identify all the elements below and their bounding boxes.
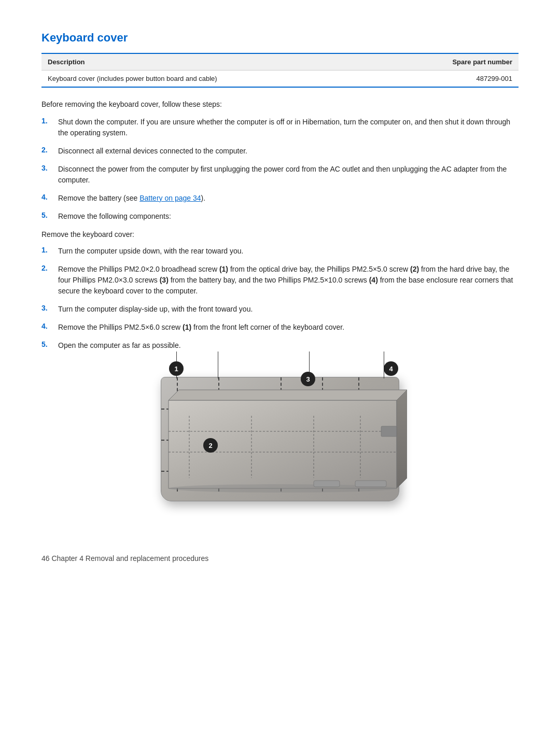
prereq-step-3: 3.Disconnect the power from the computer…	[41, 164, 519, 186]
table-cell-part-number: 487299-001	[383, 71, 519, 87]
svg-marker-2	[169, 390, 407, 400]
diagram-container: 1 2 3 4	[41, 361, 519, 527]
screw-label-2: 2	[208, 442, 212, 449]
step-number: 4.	[41, 322, 58, 330]
page-title: Keyboard cover	[41, 31, 519, 45]
table-cell-description: Keyboard cover (includes power button bo…	[41, 71, 383, 87]
step-content: Remove the battery (see Battery on page …	[58, 193, 519, 204]
step-content: Remove the following components:	[58, 211, 519, 222]
remove-steps-list: 1.Turn the computer upside down, with th…	[41, 246, 519, 351]
prereq-step-5: 5.Remove the following components:	[41, 211, 519, 222]
remove-step-3: 3.Turn the computer display-side up, wit…	[41, 304, 519, 315]
step-content: Turn the computer display-side up, with …	[58, 304, 519, 315]
col-part-number-header: Spare part number	[383, 54, 519, 71]
screw-badge-4: 4	[384, 361, 398, 376]
prereq-steps-list: 1.Shut down the computer. If you are uns…	[41, 117, 519, 222]
step-number: 4.	[41, 193, 58, 201]
svg-rect-12	[381, 426, 397, 437]
remove-step-1: 1.Turn the computer upside down, with th…	[41, 246, 519, 257]
prereq-step-2: 2.Disconnect all external devices connec…	[41, 146, 519, 157]
footer-text: 46 Chapter 4 Removal and replacement pro…	[41, 554, 208, 563]
bold-text: (1)	[183, 323, 191, 331]
bold-text: (3)	[160, 276, 169, 284]
svg-rect-10	[355, 481, 386, 487]
parts-table-container: Description Spare part number Keyboard c…	[41, 53, 519, 88]
svg-marker-1	[397, 390, 407, 488]
step-number: 2.	[41, 264, 58, 272]
screw-label-1: 1	[174, 365, 178, 373]
step-number: 5.	[41, 340, 58, 348]
screw-badge-2: 2	[203, 438, 218, 453]
svg-rect-11	[314, 481, 340, 487]
step-content: Disconnect the power from the computer b…	[58, 164, 519, 186]
step-number: 3.	[41, 304, 58, 312]
laptop-diagram: 1 2 3 4	[130, 361, 430, 527]
screw-badge-3: 3	[301, 372, 315, 386]
intro-text: Before removing the keyboard cover, foll…	[41, 100, 519, 108]
step-number: 1.	[41, 246, 58, 254]
bold-text: (2)	[410, 265, 419, 273]
link-battery-on-page-34[interactable]: Battery on page 34	[139, 194, 201, 202]
page-footer: 46 Chapter 4 Removal and replacement pro…	[41, 548, 519, 563]
remove-step-4: 4.Remove the Phillips PM2.5×6.0 screw (1…	[41, 322, 519, 333]
step-number: 5.	[41, 211, 58, 219]
parts-table: Description Spare part number Keyboard c…	[41, 54, 519, 87]
screw-label-3: 3	[306, 375, 310, 383]
prereq-step-4: 4.Remove the battery (see Battery on pag…	[41, 193, 519, 204]
table-row: Keyboard cover (includes power button bo…	[41, 71, 519, 87]
step-content: Disconnect all external devices connecte…	[58, 146, 519, 157]
step-content: Open the computer as far as possible.	[58, 340, 519, 351]
screw-label-4: 4	[389, 365, 393, 373]
page-container: Keyboard cover Description Spare part nu…	[0, 0, 560, 594]
step-content: Remove the Phillips PM2.5×6.0 screw (1) …	[58, 322, 519, 333]
screw-badge-1: 1	[169, 361, 184, 376]
step-content: Shut down the computer. If you are unsur…	[58, 117, 519, 138]
prereq-step-1: 1.Shut down the computer. If you are uns…	[41, 117, 519, 138]
step-content: Remove the Phillips PM2.0×2.0 broadhead …	[58, 264, 519, 297]
remove-section-label: Remove the keyboard cover:	[41, 230, 519, 238]
step-number: 2.	[41, 146, 58, 154]
bold-text: (1)	[219, 265, 228, 273]
bold-text: (4)	[369, 276, 378, 284]
step-number: 3.	[41, 164, 58, 172]
remove-step-5: 5.Open the computer as far as possible.	[41, 340, 519, 351]
svg-marker-0	[169, 400, 397, 488]
col-description-header: Description	[41, 54, 383, 71]
step-content: Turn the computer upside down, with the …	[58, 246, 519, 257]
laptop-svg	[158, 374, 407, 509]
step-number: 1.	[41, 117, 58, 125]
remove-step-2: 2.Remove the Phillips PM2.0×2.0 broadhea…	[41, 264, 519, 297]
